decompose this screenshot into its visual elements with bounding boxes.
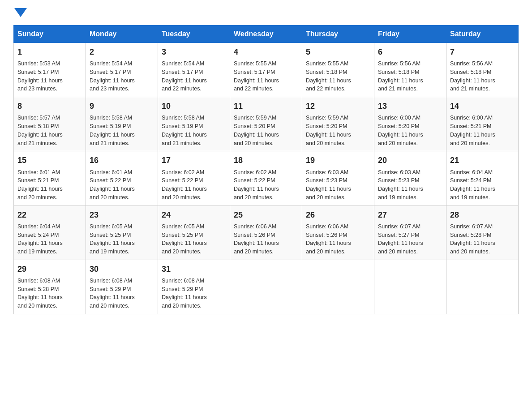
day-number: 19 [306, 155, 370, 166]
calendar-cell: 24Sunrise: 6:05 AMSunset: 5:25 PMDayligh… [158, 206, 230, 260]
day-info: Sunrise: 6:05 AMSunset: 5:25 PMDaylight:… [90, 223, 135, 255]
weekday-header-friday: Friday [374, 26, 446, 43]
day-info: Sunrise: 6:04 AMSunset: 5:24 PMDaylight:… [17, 223, 63, 255]
day-number: 7 [450, 47, 515, 58]
day-number: 20 [378, 155, 442, 166]
day-info: Sunrise: 5:59 AMSunset: 5:20 PMDaylight:… [306, 115, 351, 146]
day-number: 9 [90, 101, 154, 112]
calendar-cell: 25Sunrise: 6:06 AMSunset: 5:26 PMDayligh… [230, 206, 302, 260]
day-info: Sunrise: 5:54 AMSunset: 5:17 PMDaylight:… [162, 60, 207, 92]
day-number: 13 [378, 101, 442, 112]
day-number: 22 [17, 210, 82, 221]
day-info: Sunrise: 6:07 AMSunset: 5:27 PMDaylight:… [378, 223, 423, 255]
day-info: Sunrise: 6:08 AMSunset: 5:29 PMDaylight:… [162, 278, 207, 309]
day-info: Sunrise: 5:59 AMSunset: 5:20 PMDaylight:… [234, 115, 279, 146]
calendar-cell [230, 260, 302, 314]
day-info: Sunrise: 5:56 AMSunset: 5:18 PMDaylight:… [378, 60, 423, 92]
day-info: Sunrise: 5:53 AMSunset: 5:17 PMDaylight:… [17, 60, 63, 92]
calendar-cell: 16Sunrise: 6:01 AMSunset: 5:22 PMDayligh… [86, 151, 158, 206]
day-info: Sunrise: 6:01 AMSunset: 5:22 PMDaylight:… [90, 169, 135, 201]
calendar-cell: 14Sunrise: 6:00 AMSunset: 5:21 PMDayligh… [446, 97, 519, 151]
day-number: 29 [17, 264, 82, 275]
calendar-cell: 23Sunrise: 6:05 AMSunset: 5:25 PMDayligh… [86, 206, 158, 260]
day-info: Sunrise: 5:54 AMSunset: 5:17 PMDaylight:… [90, 60, 135, 92]
calendar-cell: 27Sunrise: 6:07 AMSunset: 5:27 PMDayligh… [374, 206, 446, 260]
calendar-cell: 21Sunrise: 6:04 AMSunset: 5:24 PMDayligh… [446, 151, 519, 206]
day-number: 8 [17, 101, 82, 112]
calendar-cell [446, 260, 519, 314]
day-number: 28 [450, 210, 515, 221]
calendar-cell: 8Sunrise: 5:57 AMSunset: 5:18 PMDaylight… [14, 97, 86, 151]
calendar-cell: 29Sunrise: 6:08 AMSunset: 5:28 PMDayligh… [14, 260, 86, 314]
day-number: 14 [450, 101, 515, 112]
day-number: 21 [450, 155, 515, 166]
calendar-cell: 2Sunrise: 5:54 AMSunset: 5:17 PMDaylight… [86, 43, 158, 97]
day-info: Sunrise: 6:06 AMSunset: 5:26 PMDaylight:… [306, 223, 351, 255]
day-number: 26 [306, 210, 370, 221]
day-info: Sunrise: 6:05 AMSunset: 5:25 PMDaylight:… [162, 223, 207, 255]
calendar-cell: 1Sunrise: 5:53 AMSunset: 5:17 PMDaylight… [14, 43, 86, 97]
calendar-cell: 4Sunrise: 5:55 AMSunset: 5:17 PMDaylight… [230, 43, 302, 97]
page-header [13, 9, 519, 16]
day-info: Sunrise: 5:56 AMSunset: 5:18 PMDaylight:… [450, 60, 495, 92]
day-info: Sunrise: 6:03 AMSunset: 5:23 PMDaylight:… [306, 169, 351, 201]
week-row-3: 15Sunrise: 6:01 AMSunset: 5:21 PMDayligh… [14, 151, 519, 206]
calendar-table: SundayMondayTuesdayWednesdayThursdayFrid… [13, 25, 519, 314]
weekday-header-tuesday: Tuesday [158, 26, 230, 43]
weekday-header-sunday: Sunday [14, 26, 86, 43]
day-number: 23 [90, 210, 154, 221]
day-info: Sunrise: 5:55 AMSunset: 5:17 PMDaylight:… [234, 60, 279, 92]
day-info: Sunrise: 6:00 AMSunset: 5:21 PMDaylight:… [450, 115, 495, 146]
calendar-cell: 9Sunrise: 5:58 AMSunset: 5:19 PMDaylight… [86, 97, 158, 151]
calendar-cell: 15Sunrise: 6:01 AMSunset: 5:21 PMDayligh… [14, 151, 86, 206]
day-info: Sunrise: 5:58 AMSunset: 5:19 PMDaylight:… [162, 115, 207, 146]
weekday-header-wednesday: Wednesday [230, 26, 302, 43]
calendar-cell: 31Sunrise: 6:08 AMSunset: 5:29 PMDayligh… [158, 260, 230, 314]
day-number: 30 [90, 264, 154, 275]
day-number: 15 [17, 155, 82, 166]
day-number: 1 [17, 47, 82, 58]
calendar-cell: 17Sunrise: 6:02 AMSunset: 5:22 PMDayligh… [158, 151, 230, 206]
day-number: 10 [162, 101, 226, 112]
day-info: Sunrise: 6:03 AMSunset: 5:23 PMDaylight:… [378, 169, 423, 201]
calendar-cell: 13Sunrise: 6:00 AMSunset: 5:20 PMDayligh… [374, 97, 446, 151]
logo [13, 9, 27, 16]
day-info: Sunrise: 5:58 AMSunset: 5:19 PMDaylight:… [90, 115, 135, 146]
weekday-header-saturday: Saturday [446, 26, 519, 43]
calendar-cell: 10Sunrise: 5:58 AMSunset: 5:19 PMDayligh… [158, 97, 230, 151]
day-info: Sunrise: 5:55 AMSunset: 5:18 PMDaylight:… [306, 60, 351, 92]
day-number: 12 [306, 101, 370, 112]
calendar-cell [374, 260, 446, 314]
calendar-header: SundayMondayTuesdayWednesdayThursdayFrid… [14, 26, 519, 43]
day-number: 16 [90, 155, 154, 166]
day-number: 17 [162, 155, 226, 166]
day-number: 4 [234, 47, 298, 58]
day-number: 2 [90, 47, 154, 58]
calendar-cell: 28Sunrise: 6:07 AMSunset: 5:28 PMDayligh… [446, 206, 519, 260]
calendar-cell: 30Sunrise: 6:08 AMSunset: 5:29 PMDayligh… [86, 260, 158, 314]
calendar-cell: 12Sunrise: 5:59 AMSunset: 5:20 PMDayligh… [302, 97, 374, 151]
week-row-5: 29Sunrise: 6:08 AMSunset: 5:28 PMDayligh… [14, 260, 519, 314]
day-info: Sunrise: 5:57 AMSunset: 5:18 PMDaylight:… [17, 115, 63, 146]
calendar-body: 1Sunrise: 5:53 AMSunset: 5:17 PMDaylight… [14, 43, 519, 314]
calendar-cell: 7Sunrise: 5:56 AMSunset: 5:18 PMDaylight… [446, 43, 519, 97]
day-info: Sunrise: 6:08 AMSunset: 5:28 PMDaylight:… [17, 278, 63, 309]
day-number: 6 [378, 47, 442, 58]
calendar-cell: 20Sunrise: 6:03 AMSunset: 5:23 PMDayligh… [374, 151, 446, 206]
calendar-cell: 22Sunrise: 6:04 AMSunset: 5:24 PMDayligh… [14, 206, 86, 260]
calendar-cell: 26Sunrise: 6:06 AMSunset: 5:26 PMDayligh… [302, 206, 374, 260]
day-number: 5 [306, 47, 370, 58]
header-row: SundayMondayTuesdayWednesdayThursdayFrid… [14, 26, 519, 43]
day-number: 3 [162, 47, 226, 58]
day-info: Sunrise: 6:00 AMSunset: 5:20 PMDaylight:… [378, 115, 423, 146]
day-number: 11 [234, 101, 298, 112]
calendar-cell: 5Sunrise: 5:55 AMSunset: 5:18 PMDaylight… [302, 43, 374, 97]
day-number: 27 [378, 210, 442, 221]
day-info: Sunrise: 6:08 AMSunset: 5:29 PMDaylight:… [90, 278, 135, 309]
calendar-cell: 11Sunrise: 5:59 AMSunset: 5:20 PMDayligh… [230, 97, 302, 151]
day-number: 24 [162, 210, 226, 221]
weekday-header-thursday: Thursday [302, 26, 374, 43]
day-info: Sunrise: 6:01 AMSunset: 5:21 PMDaylight:… [17, 169, 63, 201]
calendar-cell [302, 260, 374, 314]
day-info: Sunrise: 6:02 AMSunset: 5:22 PMDaylight:… [234, 169, 279, 201]
